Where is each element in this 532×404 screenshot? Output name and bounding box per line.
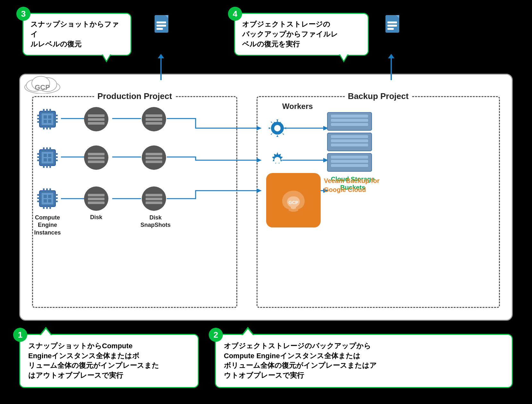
svg-rect-105 bbox=[146, 194, 162, 196]
svg-rect-101 bbox=[88, 194, 105, 196]
svg-rect-69 bbox=[49, 165, 51, 168]
svg-point-110 bbox=[274, 125, 281, 131]
svg-rect-77 bbox=[88, 161, 105, 163]
svg-rect-72 bbox=[44, 158, 47, 161]
gear-2 bbox=[266, 149, 289, 173]
svg-rect-35 bbox=[55, 115, 58, 116]
disk-1 bbox=[83, 106, 109, 133]
svg-rect-2 bbox=[156, 21, 166, 23]
svg-rect-0 bbox=[155, 15, 168, 33]
svg-rect-31 bbox=[42, 113, 53, 125]
doc-icon-right bbox=[385, 14, 402, 37]
bubble-number-2: 2 bbox=[209, 328, 223, 342]
doc-icon-left bbox=[154, 14, 172, 37]
compute-chip-2 bbox=[35, 145, 60, 172]
svg-rect-4 bbox=[156, 28, 163, 30]
svg-rect-70 bbox=[44, 154, 47, 157]
svg-rect-75 bbox=[88, 153, 105, 155]
svg-rect-63 bbox=[55, 160, 58, 161]
arrow-bubble4-up bbox=[391, 58, 392, 80]
svg-rect-98 bbox=[44, 199, 47, 202]
svg-rect-59 bbox=[37, 156, 40, 158]
svg-rect-103 bbox=[88, 202, 105, 204]
svg-point-111 bbox=[274, 157, 281, 163]
svg-rect-79 bbox=[146, 153, 162, 155]
svg-rect-57 bbox=[42, 152, 53, 163]
bubble-number-1: 1 bbox=[13, 328, 27, 342]
svg-rect-73 bbox=[48, 158, 51, 161]
bubble-number-3: 3 bbox=[16, 7, 30, 21]
svg-rect-58 bbox=[37, 153, 40, 155]
svg-rect-90 bbox=[43, 188, 45, 191]
svg-rect-76 bbox=[88, 157, 105, 159]
svg-rect-43 bbox=[49, 127, 51, 129]
bubble-number-4: 4 bbox=[228, 7, 242, 21]
svg-rect-62 bbox=[55, 156, 58, 158]
compute-chip-1 bbox=[35, 106, 60, 133]
svg-rect-65 bbox=[46, 147, 48, 150]
svg-rect-68 bbox=[46, 165, 48, 168]
svg-rect-92 bbox=[49, 188, 51, 191]
workers-label: Workers bbox=[282, 102, 313, 111]
svg-rect-88 bbox=[55, 197, 58, 199]
svg-rect-36 bbox=[55, 118, 58, 120]
svg-text:GCP: GCP bbox=[289, 200, 298, 205]
svg-rect-37 bbox=[55, 121, 58, 123]
disk-3 bbox=[83, 186, 109, 213]
bubble3-text: スナップショットからファイ ルレベルの復元 bbox=[30, 20, 119, 48]
svg-rect-80 bbox=[146, 157, 162, 159]
main-container: 3 スナップショットからファイ ルレベルの復元 4 オブジェクトストレージの バ… bbox=[10, 10, 522, 394]
svg-rect-106 bbox=[146, 198, 162, 200]
svg-rect-9 bbox=[387, 28, 394, 30]
bubble-4: 4 オブジェクトストレージの バックアップからファイルレ ベルの復元を実行 bbox=[234, 13, 369, 56]
svg-rect-51 bbox=[88, 122, 105, 125]
svg-rect-60 bbox=[37, 160, 40, 161]
bubble-3: 3 スナップショットからファイ ルレベルの復元 bbox=[22, 13, 131, 56]
svg-rect-5 bbox=[385, 15, 399, 33]
svg-rect-7 bbox=[387, 21, 397, 23]
svg-rect-40 bbox=[49, 109, 51, 111]
snapshot-2 bbox=[141, 145, 167, 172]
svg-rect-55 bbox=[146, 122, 162, 125]
svg-rect-93 bbox=[43, 206, 45, 209]
svg-rect-50 bbox=[88, 118, 105, 121]
svg-rect-41 bbox=[43, 127, 45, 129]
bubble2-text: オブジェクトストレージのバックアップから Compute Engineインスタン… bbox=[224, 342, 377, 379]
svg-text:GCP: GCP bbox=[35, 83, 50, 91]
svg-rect-87 bbox=[55, 194, 58, 196]
svg-rect-67 bbox=[43, 165, 45, 168]
svg-rect-45 bbox=[48, 115, 51, 119]
svg-rect-39 bbox=[46, 109, 48, 111]
snapshot-1 bbox=[141, 106, 167, 133]
svg-rect-102 bbox=[88, 198, 105, 200]
svg-rect-53 bbox=[146, 114, 162, 117]
production-project-label: Production Project bbox=[94, 91, 175, 101]
svg-rect-96 bbox=[44, 195, 47, 198]
arrow-bubble3-up bbox=[160, 58, 162, 80]
compute-chip-3 bbox=[35, 186, 60, 213]
svg-rect-54 bbox=[146, 118, 162, 121]
svg-rect-46 bbox=[44, 120, 47, 123]
svg-rect-33 bbox=[37, 118, 40, 120]
bubble-2: 2 オブジェクトストレージのバックアップから Compute Engineインス… bbox=[215, 334, 513, 388]
svg-rect-95 bbox=[49, 206, 51, 209]
svg-rect-94 bbox=[46, 206, 48, 209]
svg-rect-49 bbox=[88, 114, 105, 117]
svg-rect-71 bbox=[48, 154, 51, 157]
svg-rect-83 bbox=[42, 193, 53, 204]
disk-2 bbox=[83, 145, 109, 172]
snapshot-3 bbox=[141, 186, 167, 213]
disk-label: Disk bbox=[83, 214, 109, 221]
svg-rect-99 bbox=[48, 199, 51, 202]
svg-rect-42 bbox=[46, 127, 48, 129]
svg-rect-91 bbox=[46, 188, 48, 191]
gcp-cloud-label: GCP bbox=[23, 71, 62, 95]
bubble-1: 1 スナップショットからCompute Engineインスタンス全体またはボ リ… bbox=[19, 334, 199, 388]
svg-rect-61 bbox=[55, 153, 58, 155]
gear-1 bbox=[266, 117, 289, 141]
gcp-inner: Production Project Backup Project Worker… bbox=[26, 80, 506, 317]
svg-rect-34 bbox=[37, 121, 40, 123]
svg-rect-107 bbox=[146, 202, 162, 204]
svg-rect-38 bbox=[43, 109, 45, 111]
svg-rect-44 bbox=[44, 115, 47, 119]
